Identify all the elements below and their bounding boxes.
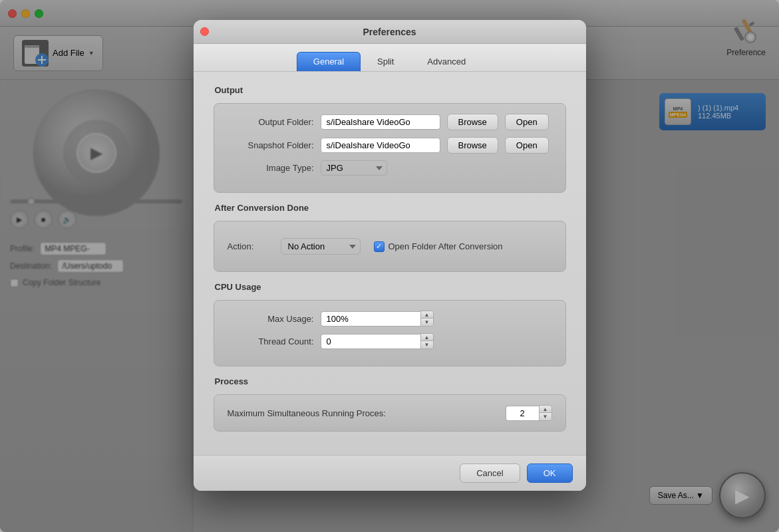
action-area: Action: No Action Shutdown Sleep Quit ✓ …	[228, 231, 552, 261]
max-proc-down-arrow[interactable]: ▼	[540, 413, 551, 420]
open-folder-checkbox-area: ✓ Open Folder After Conversion	[374, 241, 503, 252]
check-icon: ✓	[376, 242, 382, 251]
tab-general-label: General	[313, 57, 344, 66]
tab-advanced-label: Advanced	[427, 57, 466, 66]
thread-count-label: Thread Count:	[228, 336, 314, 346]
modal-close-button[interactable]	[200, 27, 209, 36]
thread-count-down-arrow[interactable]: ▼	[421, 341, 433, 348]
process-section-box: Maximum Simultaneous Running Proces: ▲ ▼	[214, 394, 566, 432]
output-section-header: Output	[214, 85, 566, 95]
max-usage-label: Max Usage:	[228, 314, 314, 324]
output-folder-browse-button[interactable]: Browse	[447, 114, 498, 130]
modal-overlay: Preferences General Split Advanced Outpu…	[0, 0, 779, 532]
action-label: Action:	[228, 241, 267, 251]
image-type-label: Image Type:	[228, 163, 314, 173]
max-proc-spinner: ▲ ▼	[506, 405, 552, 421]
thread-count-row: Thread Count: ▲ ▼	[228, 333, 552, 349]
preferences-modal: Preferences General Split Advanced Outpu…	[194, 20, 586, 491]
thread-count-up-arrow[interactable]: ▲	[421, 334, 433, 341]
max-usage-down-arrow[interactable]: ▼	[421, 319, 433, 326]
max-usage-spinner: ▲ ▼	[321, 311, 434, 327]
action-select[interactable]: No Action Shutdown Sleep Quit	[281, 238, 361, 255]
cpu-section-box: Max Usage: ▲ ▼ Thread Count:	[214, 300, 566, 366]
max-usage-row: Max Usage: ▲ ▼	[228, 311, 552, 327]
max-proc-label: Maximum Simultaneous Running Proces:	[228, 408, 499, 418]
thread-count-input[interactable]	[321, 334, 420, 349]
image-type-select[interactable]: JPG PNG BMP	[321, 160, 387, 176]
modal-title: Preferences	[363, 27, 416, 37]
after-conversion-box: Action: No Action Shutdown Sleep Quit ✓ …	[214, 221, 566, 272]
modal-body: Output Output Folder: Browse Open Snapsh…	[194, 72, 586, 455]
max-usage-up-arrow[interactable]: ▲	[421, 311, 433, 319]
output-section-box: Output Folder: Browse Open Snapshot Fold…	[214, 103, 566, 193]
output-folder-label: Output Folder:	[228, 117, 314, 127]
tab-split-label: Split	[377, 57, 394, 66]
open-folder-checkbox[interactable]: ✓	[374, 241, 385, 252]
max-proc-input[interactable]	[506, 406, 539, 421]
thread-count-spinner: ▲ ▼	[321, 333, 434, 349]
tab-advanced[interactable]: Advanced	[410, 52, 482, 71]
image-type-row: Image Type: JPG PNG BMP	[228, 160, 552, 176]
snapshot-folder-open-button[interactable]: Open	[505, 137, 549, 154]
tab-split[interactable]: Split	[361, 52, 410, 71]
ok-button[interactable]: OK	[527, 464, 573, 483]
tab-general[interactable]: General	[297, 52, 361, 71]
thread-count-arrows: ▲ ▼	[420, 333, 434, 349]
max-usage-input[interactable]	[321, 311, 420, 327]
open-folder-label: Open Folder After Conversion	[389, 241, 503, 251]
max-usage-arrows: ▲ ▼	[420, 311, 434, 327]
app-window: Add File ▼ Preference	[0, 0, 779, 532]
process-section-header: Process	[214, 376, 566, 386]
output-folder-row: Output Folder: Browse Open	[228, 114, 552, 130]
max-proc-up-arrow[interactable]: ▲	[540, 406, 551, 413]
tab-bar: General Split Advanced	[194, 44, 586, 72]
output-folder-input[interactable]	[321, 114, 440, 130]
cancel-button[interactable]: Cancel	[460, 464, 520, 483]
max-proc-arrows: ▲ ▼	[539, 405, 552, 421]
snapshot-folder-label: Snapshot Folder:	[228, 140, 314, 150]
max-proc-row: Maximum Simultaneous Running Proces: ▲ ▼	[228, 405, 552, 421]
modal-titlebar: Preferences	[194, 20, 586, 44]
after-conversion-header: After Conversion Done	[214, 203, 566, 213]
snapshot-folder-row: Snapshot Folder: Browse Open	[228, 137, 552, 154]
modal-footer: Cancel OK	[194, 455, 586, 491]
cpu-section-header: CPU Usage	[214, 282, 566, 292]
snapshot-folder-input[interactable]	[321, 138, 440, 153]
snapshot-folder-browse-button[interactable]: Browse	[447, 137, 498, 154]
output-folder-open-button[interactable]: Open	[505, 114, 549, 130]
